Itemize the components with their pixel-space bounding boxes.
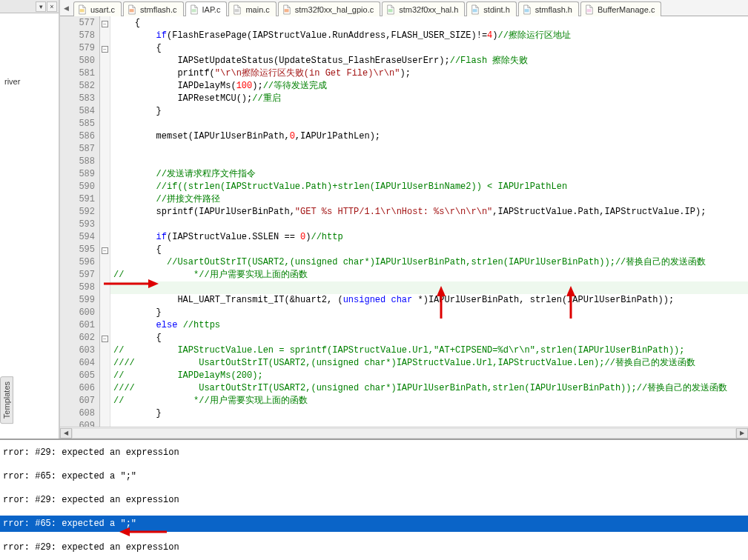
fold-cell[interactable]: − <box>100 244 110 256</box>
fold-cell[interactable] <box>100 105 110 118</box>
app-root: ▾ × river Templates ◀ usart.cstmflash.cI… <box>0 0 748 560</box>
code-line[interactable]: { <box>110 17 748 30</box>
output-row[interactable]: rror: #65: expected a ";" <box>0 468 748 484</box>
code-line[interactable]: //拼接文件路径 <box>110 193 748 206</box>
fold-cell[interactable] <box>100 395 110 407</box>
code-line[interactable]: // IAPDelayMs(200); <box>110 370 748 382</box>
code-line[interactable] <box>110 143 748 156</box>
code-line[interactable]: { <box>110 332 748 344</box>
code-line[interactable] <box>110 420 748 427</box>
line-number: 578 <box>60 30 95 42</box>
fold-cell[interactable] <box>100 67 110 80</box>
code-line[interactable]: { <box>110 244 748 256</box>
tab-usart-c[interactable]: usart.c <box>73 1 122 16</box>
fold-cell[interactable] <box>100 407 110 420</box>
code-line[interactable]: } <box>110 105 748 118</box>
output-row[interactable]: rror: #29: expected an expression <box>0 492 748 508</box>
tab-IAP-c[interactable]: IAP.c <box>185 1 228 16</box>
fold-cell[interactable] <box>100 420 110 427</box>
fold-cell[interactable] <box>100 130 110 143</box>
fold-cell[interactable] <box>100 93 110 105</box>
fold-cell[interactable] <box>100 357 110 370</box>
output-row[interactable]: rror: #29: expected an expression <box>0 444 748 461</box>
code-line[interactable] <box>110 281 748 294</box>
fold-cell[interactable] <box>100 294 110 307</box>
fold-cell[interactable] <box>100 382 110 395</box>
fold-cell[interactable]: − <box>100 332 110 344</box>
tab-BufferManage-c[interactable]: BufferManage.c <box>580 1 661 16</box>
code-line[interactable]: if(IAPStructValue.SSLEN == 0)//http <box>110 231 748 244</box>
fold-cell[interactable] <box>100 269 110 281</box>
scroll-right-icon[interactable]: ▶ <box>736 428 748 439</box>
fold-cell[interactable] <box>100 281 110 294</box>
tab-stm32f0xx_hal-h[interactable]: stm32f0xx_hal.h <box>382 1 465 16</box>
fold-cell[interactable]: − <box>100 17 110 30</box>
tab-stm32f0xx_hal_gpio-c[interactable]: stm32f0xx_hal_gpio.c <box>278 1 380 16</box>
code-line[interactable]: // *//用户需要实现上面的函数 <box>110 269 748 281</box>
code-line[interactable] <box>110 156 748 168</box>
code-line[interactable]: IAPDelayMs(100);//等待发送完成 <box>110 80 748 93</box>
fold-cell[interactable] <box>100 181 110 193</box>
close-icon[interactable]: × <box>47 1 57 12</box>
tab-stdint-h[interactable]: stdint.h <box>466 1 516 16</box>
fold-minus-icon[interactable]: − <box>102 21 108 27</box>
fold-minus-icon[interactable]: − <box>102 46 108 53</box>
line-number: 596 <box>60 256 95 269</box>
code-line[interactable]: if(FlashErasePage(IAPStructValue.RunAddr… <box>110 30 748 42</box>
tab-scroll-left-icon[interactable]: ◀ <box>62 2 70 14</box>
tab-stmflash-c[interactable]: stmflash.c <box>123 1 184 16</box>
left-panel-item[interactable]: river <box>1 76 57 87</box>
code-line[interactable]: else //https <box>110 319 748 332</box>
scroll-left-icon[interactable]: ◀ <box>60 428 72 439</box>
fold-cell[interactable] <box>100 168 110 181</box>
code-line[interactable]: // IAPStructValue.Len = sprintf(IAPStruc… <box>110 344 748 357</box>
fold-cell[interactable] <box>100 55 110 67</box>
fold-cell[interactable] <box>100 30 110 42</box>
templates-tab[interactable]: Templates <box>0 376 13 424</box>
code-line[interactable]: } <box>110 407 748 420</box>
code-line[interactable] <box>110 219 748 231</box>
file-icon <box>127 4 137 15</box>
h-scrollbar[interactable]: ◀ ▶ <box>60 427 748 439</box>
tab-main-c[interactable]: main.c <box>228 1 276 16</box>
code-line[interactable]: //if((strlen(IAPStructValue.Path)+strlen… <box>110 181 748 193</box>
code-line[interactable]: //// UsartOutStrIT(USART2,(unsigned char… <box>110 382 748 395</box>
code-line[interactable]: { <box>110 42 748 55</box>
code-line[interactable]: //// UsartOutStrIT(USART2,(unsigned char… <box>110 357 748 370</box>
pin-icon[interactable]: ▾ <box>36 1 46 12</box>
code-line[interactable]: printf("\r\n擦除运行区失败(in Get File)\r\n"); <box>110 67 748 80</box>
fold-cell[interactable] <box>100 319 110 332</box>
code-line[interactable]: sprintf(IAPUrlUserBinPath,"GET %s HTTP/1… <box>110 206 748 219</box>
fold-minus-icon[interactable]: − <box>102 247 108 254</box>
code-line[interactable]: } <box>110 307 748 319</box>
code-line[interactable]: // *//用户需要实现上面的函数 <box>110 395 748 407</box>
fold-cell[interactable] <box>100 206 110 219</box>
output-row[interactable]: rror: #29: expected an expression <box>0 539 748 556</box>
output-row[interactable]: rror: #65: expected a ";" <box>0 516 748 532</box>
fold-cell[interactable] <box>100 256 110 269</box>
fold-cell[interactable] <box>100 143 110 156</box>
fold-cell[interactable] <box>100 193 110 206</box>
fold-cell[interactable]: − <box>100 42 110 55</box>
code-body[interactable]: { if(FlashErasePage(IAPStructValue.RunAd… <box>110 16 748 427</box>
fold-minus-icon[interactable]: − <box>102 336 108 342</box>
code-line[interactable]: HAL_UART_Transmit_IT(&huart2, (unsigned … <box>110 294 748 307</box>
scroll-track[interactable] <box>72 428 736 439</box>
fold-cell[interactable] <box>100 156 110 168</box>
fold-cell[interactable] <box>100 118 110 130</box>
fold-cell[interactable] <box>100 231 110 244</box>
line-number: 592 <box>60 206 95 219</box>
left-panel-header: ▾ × <box>0 0 59 13</box>
code-line[interactable]: IAPSetUpdateStatus(UpdateStatus_FlashEra… <box>110 55 748 67</box>
code-line[interactable] <box>110 118 748 130</box>
fold-cell[interactable] <box>100 80 110 93</box>
tab-stmflash-h[interactable]: stmflash.h <box>518 1 579 16</box>
code-line[interactable]: //发送请求程序文件指令 <box>110 168 748 181</box>
fold-cell[interactable] <box>100 307 110 319</box>
fold-cell[interactable] <box>100 344 110 357</box>
fold-cell[interactable] <box>100 370 110 382</box>
fold-cell[interactable] <box>100 219 110 231</box>
code-line[interactable]: //UsartOutStrIT(USART2,(unsigned char*)I… <box>110 256 748 269</box>
code-line[interactable]: IAPResetMCU();//重启 <box>110 93 748 105</box>
code-line[interactable]: memset(IAPUrlUserBinPath,0,IAPUrlPathLen… <box>110 130 748 143</box>
